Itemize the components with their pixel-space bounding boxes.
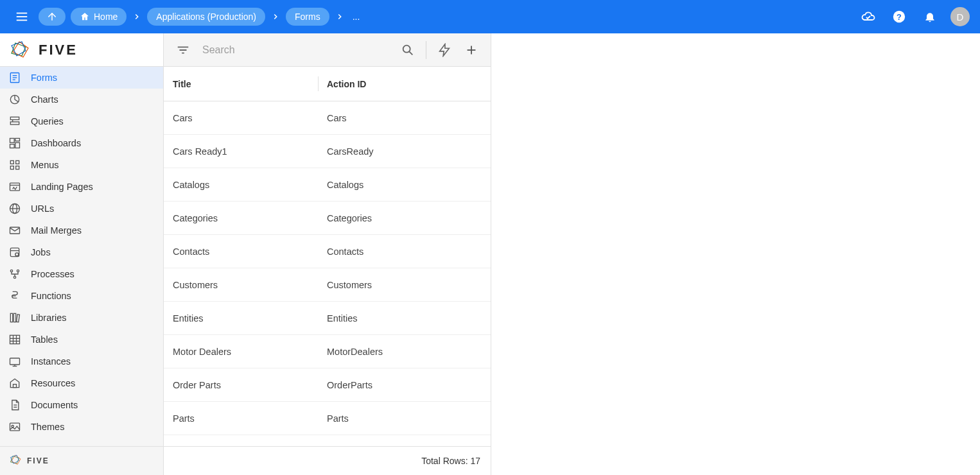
add-button[interactable] — [460, 39, 483, 62]
sidebar: FIVE FormsChartsQueriesDashboardsMenusLa… — [0, 33, 164, 475]
chevron-right-icon — [335, 12, 345, 21]
app-body: FIVE FormsChartsQueriesDashboardsMenusLa… — [0, 33, 980, 475]
instances-nav-icon — [8, 354, 22, 368]
sidebar-item-jobs[interactable]: Jobs — [0, 241, 163, 263]
sidebar-item-urls[interactable]: URLs — [0, 198, 163, 220]
sidebar-item-resources[interactable]: Resources — [0, 372, 163, 394]
table-row[interactable]: CatalogsCatalogs — [164, 168, 491, 202]
table-row[interactable]: Cars Ready1CarsReady — [164, 135, 491, 168]
sidebar-nav[interactable]: FormsChartsQueriesDashboardsMenusLanding… — [0, 67, 163, 446]
svg-point-36 — [13, 276, 15, 278]
table-row[interactable]: ContactsContacts — [164, 235, 491, 268]
sidebar-item-label: Menus — [31, 160, 59, 170]
functions-nav-icon — [8, 289, 22, 303]
svg-rect-18 — [10, 139, 15, 143]
breadcrumb-forms[interactable]: Forms — [286, 8, 329, 26]
cell-action-id: Cars — [318, 113, 491, 123]
mail-nav-icon — [8, 223, 22, 238]
column-title[interactable]: Title — [164, 67, 318, 101]
sidebar-item-label: Tables — [31, 334, 58, 345]
home-icon — [80, 12, 90, 22]
dashboards-icon — [8, 137, 21, 150]
five-logo-small-icon: FIVE — [9, 454, 67, 468]
header-left: Home Applications (Production) Forms ... — [10, 5, 858, 28]
sidebar-item-forms[interactable]: Forms — [0, 67, 163, 89]
sidebar-item-instances[interactable]: Instances — [0, 350, 163, 372]
sidebar-item-queries[interactable]: Queries — [0, 110, 163, 132]
sidebar-item-documents[interactable]: Documents — [0, 394, 163, 416]
breadcrumb-applications-label: Applications (Production) — [156, 12, 256, 22]
urls-nav-icon — [8, 202, 22, 216]
forms-nav-icon — [8, 71, 22, 85]
svg-rect-20 — [15, 142, 20, 148]
breadcrumb-applications[interactable]: Applications (Production) — [147, 8, 265, 26]
breadcrumb-up[interactable] — [39, 8, 66, 26]
help-icon: ? — [892, 10, 906, 24]
table-body[interactable]: CarsCarsCars Ready1CarsReadyCatalogsCata… — [164, 101, 491, 446]
avatar-initial: D — [957, 12, 964, 22]
cell-title: Cars Ready1 — [164, 146, 318, 157]
tables-nav-icon — [8, 332, 22, 347]
landing-nav-icon — [8, 180, 22, 194]
sidebar-item-themes[interactable]: Themes — [0, 416, 163, 438]
search-input[interactable] — [198, 42, 392, 58]
cloud-button[interactable] — [858, 6, 879, 27]
breadcrumb-home[interactable]: Home — [71, 8, 127, 26]
dashboards-nav-icon — [8, 136, 22, 150]
column-action-id[interactable]: Action ID — [318, 67, 491, 101]
table-row[interactable]: PartsParts — [164, 402, 491, 435]
sidebar-item-tables[interactable]: Tables — [0, 329, 163, 350]
svg-rect-21 — [10, 144, 15, 148]
sidebar-item-menus[interactable]: Menus — [0, 154, 163, 176]
themes-nav-icon — [8, 420, 22, 434]
svg-line-59 — [409, 51, 412, 55]
sidebar-item-libraries[interactable]: Libraries — [0, 307, 163, 329]
sidebar-item-charts[interactable]: Charts — [0, 89, 163, 110]
tables-icon — [8, 333, 21, 346]
table-row[interactable]: CategoriesCategories — [164, 202, 491, 235]
table-row[interactable]: CustomersCustomers — [164, 268, 491, 302]
sidebar-item-label: Landing Pages — [31, 182, 93, 192]
landing-icon — [8, 180, 21, 193]
table-row[interactable]: EntitiesEntities — [164, 302, 491, 335]
svg-rect-22 — [10, 160, 13, 164]
svg-marker-60 — [440, 44, 450, 55]
arrow-up-icon — [46, 11, 58, 22]
sidebar-item-processes[interactable]: Processes — [0, 263, 163, 285]
hamburger-menu[interactable] — [10, 5, 33, 28]
sidebar-item-dashboards[interactable]: Dashboards — [0, 132, 163, 154]
svg-rect-30 — [10, 227, 20, 234]
table-row[interactable]: CarsCars — [164, 101, 491, 135]
svg-rect-16 — [10, 122, 19, 125]
documents-icon — [8, 399, 21, 411]
help-button[interactable]: ? — [889, 6, 909, 27]
five-logo-icon: FIVE — [9, 40, 118, 60]
chevron-right-icon — [132, 12, 142, 21]
sidebar-logo: FIVE — [0, 33, 163, 67]
cell-title: Contacts — [164, 246, 318, 257]
notifications-button[interactable] — [920, 6, 940, 27]
svg-rect-39 — [13, 313, 15, 322]
filter-button[interactable] — [171, 39, 195, 62]
sidebar-item-mail[interactable]: Mail Merges — [0, 220, 163, 241]
bolt-button[interactable] — [433, 39, 456, 62]
table-row[interactable]: Order PartsOrderParts — [164, 368, 491, 402]
sidebar-item-functions[interactable]: Functions — [0, 285, 163, 307]
sidebar-item-landing[interactable]: Landing Pages — [0, 176, 163, 198]
user-avatar[interactable]: D — [950, 7, 970, 26]
cell-title: Entities — [164, 313, 318, 324]
breadcrumb-ellipsis: ... — [350, 12, 363, 22]
table-row[interactable]: Motor DealersMotorDealers — [164, 335, 491, 368]
svg-rect-23 — [16, 160, 19, 164]
menus-nav-icon — [8, 158, 22, 172]
svg-rect-25 — [16, 166, 19, 169]
cell-title: Motor Dealers — [164, 347, 318, 357]
chevron-right-icon — [270, 12, 281, 21]
sidebar-item-label: Documents — [31, 400, 78, 410]
svg-rect-38 — [10, 313, 12, 322]
svg-point-33 — [15, 253, 19, 256]
search-button[interactable] — [396, 39, 419, 62]
table-footer: Total Rows: 17 — [164, 446, 491, 475]
processes-nav-icon — [8, 267, 22, 281]
sidebar-item-label: Functions — [31, 291, 71, 301]
